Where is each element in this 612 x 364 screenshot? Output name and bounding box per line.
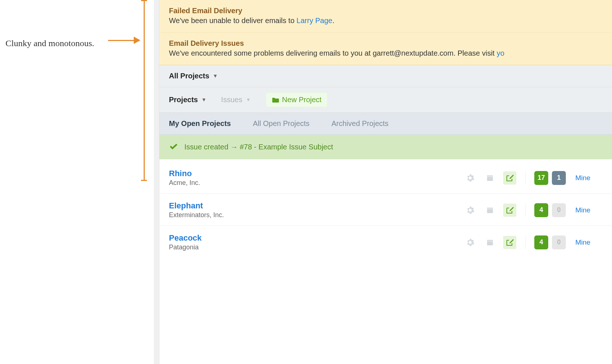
settings-button[interactable]	[464, 171, 477, 185]
app-container: Failed Email Delivery We've been unable …	[159, 0, 612, 364]
project-counts: 17 1 Mine	[526, 171, 602, 185]
project-row: Peacock Patagonia	[159, 226, 612, 258]
project-counts: 4 0 Mine	[526, 203, 602, 217]
annotation-text: Clunky and monotonous.	[5, 38, 94, 48]
project-tabs: My Open Projects All Open Projects Archi…	[159, 113, 612, 135]
projects-dropdown[interactable]: Projects ▼	[169, 96, 206, 104]
annotation-arrow-icon	[108, 37, 140, 44]
count-badge-primary[interactable]: 4	[534, 235, 548, 249]
tab-my-open-projects[interactable]: My Open Projects	[169, 119, 231, 128]
folder-icon	[272, 97, 279, 103]
alert-title: Failed Email Delivery	[169, 7, 602, 15]
project-info: Elephant Exterminators, Inc.	[169, 201, 464, 219]
caret-down-icon: ▼	[202, 97, 207, 103]
alert-body: We've encountered some problems deliveri…	[169, 49, 602, 57]
settings-button[interactable]	[464, 236, 477, 249]
project-company: Acme, Inc.	[169, 179, 464, 187]
caret-down-icon: ▼	[213, 73, 218, 79]
project-info: Rhino Acme, Inc.	[169, 169, 464, 187]
mine-link[interactable]: Mine	[575, 174, 590, 182]
gear-icon	[466, 238, 475, 247]
flash-text: Issue created → #78 - Example Issue Subj…	[184, 143, 333, 151]
dropdown-label: Issues	[221, 96, 242, 104]
count-badge-primary[interactable]: 4	[534, 203, 548, 217]
project-actions	[464, 204, 526, 217]
alert-body-text: We've been unable to deliver emails to	[169, 16, 296, 25]
project-actions	[464, 171, 526, 185]
tab-all-open-projects[interactable]: All Open Projects	[253, 119, 310, 128]
check-icon	[169, 143, 178, 151]
edit-button[interactable]	[503, 171, 516, 185]
gear-icon	[466, 174, 475, 182]
project-company: Exterminators, Inc.	[169, 211, 464, 219]
edit-button[interactable]	[503, 236, 516, 249]
mine-link[interactable]: Mine	[575, 238, 590, 246]
calendar-icon	[486, 206, 494, 215]
alert-body-text: We've encountered some problems deliveri…	[169, 49, 497, 57]
tab-archived-projects[interactable]: Archived Projects	[331, 119, 388, 128]
gear-icon	[466, 206, 475, 215]
edit-button[interactable]	[503, 204, 516, 217]
alert-body-after: .	[332, 16, 335, 25]
calendar-icon	[486, 238, 494, 247]
pencil-square-icon	[506, 238, 514, 246]
calendar-button[interactable]	[483, 171, 497, 185]
dropdown-label: Projects	[169, 96, 198, 104]
count-badge-secondary[interactable]: 1	[552, 171, 566, 185]
all-projects-dropdown[interactable]: All Projects ▼	[169, 72, 218, 80]
alert-settings-link[interactable]: yo	[497, 49, 504, 57]
project-counts: 4 0 Mine	[526, 235, 602, 249]
annotation-bracket-icon	[141, 0, 147, 181]
project-company: Patagonia	[169, 244, 464, 251]
button-label: New Project	[282, 96, 322, 104]
pencil-square-icon	[506, 206, 514, 214]
alert-failed-delivery: Failed Email Delivery We've been unable …	[159, 0, 612, 33]
app-column: Failed Email Delivery We've been unable …	[154, 0, 612, 364]
caret-down-icon: ▼	[246, 97, 251, 103]
toolbar-projects-scope: All Projects ▼	[159, 65, 612, 87]
dropdown-label: All Projects	[169, 72, 209, 80]
alert-recipient-link[interactable]: Larry Page	[296, 16, 332, 25]
project-list: Rhino Acme, Inc.	[159, 159, 612, 267]
alert-delivery-issues: Email Delivery Issues We've encountered …	[159, 33, 612, 65]
alert-body: We've been unable to deliver emails to L…	[169, 16, 602, 25]
new-project-button[interactable]: New Project	[266, 92, 328, 107]
calendar-icon	[486, 174, 494, 182]
count-badge-secondary[interactable]: 0	[552, 235, 566, 249]
count-badge-primary[interactable]: 17	[534, 171, 548, 185]
flash-success: Issue created → #78 - Example Issue Subj…	[159, 135, 612, 159]
annotation-column: Clunky and monotonous.	[0, 0, 154, 364]
issues-dropdown[interactable]: Issues ▼	[221, 96, 251, 104]
count-badge-secondary[interactable]: 0	[552, 203, 566, 217]
project-row: Rhino Acme, Inc.	[159, 161, 612, 194]
project-name-link[interactable]: Rhino	[169, 169, 464, 178]
toolbar-main: Projects ▼ Issues ▼ New Project	[159, 87, 612, 113]
settings-button[interactable]	[464, 204, 477, 217]
calendar-button[interactable]	[483, 236, 497, 249]
project-info: Peacock Patagonia	[169, 233, 464, 251]
project-row: Elephant Exterminators, Inc.	[159, 194, 612, 226]
alert-title: Email Delivery Issues	[169, 39, 602, 48]
project-name-link[interactable]: Elephant	[169, 201, 464, 211]
mine-link[interactable]: Mine	[575, 206, 590, 214]
pencil-square-icon	[506, 174, 514, 182]
project-actions	[464, 236, 526, 249]
calendar-button[interactable]	[483, 204, 497, 217]
project-name-link[interactable]: Peacock	[169, 233, 464, 243]
